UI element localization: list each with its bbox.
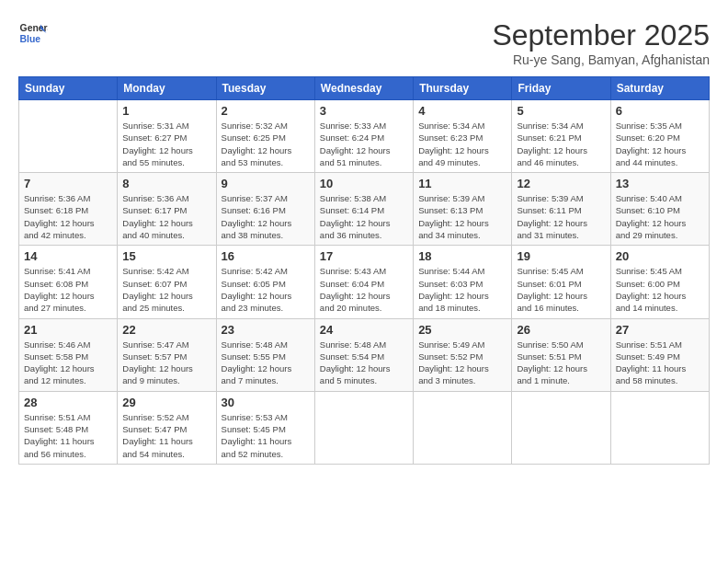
day-info: Sunrise: 5:42 AM Sunset: 6:07 PM Dayligh…	[122, 265, 210, 314]
weekday-header-cell: Tuesday	[216, 77, 314, 100]
calendar-day-cell: 17Sunrise: 5:43 AM Sunset: 6:04 PM Dayli…	[314, 246, 413, 318]
day-number: 21	[24, 323, 112, 337]
day-info: Sunrise: 5:45 AM Sunset: 6:00 PM Dayligh…	[616, 265, 704, 314]
day-number: 18	[418, 249, 506, 263]
calendar-day-cell: 10Sunrise: 5:38 AM Sunset: 6:14 PM Dayli…	[314, 173, 413, 246]
calendar-day-cell	[314, 391, 413, 464]
day-info: Sunrise: 5:34 AM Sunset: 6:23 PM Dayligh…	[418, 120, 506, 168]
day-info: Sunrise: 5:36 AM Sunset: 6:17 PM Dayligh…	[122, 192, 210, 241]
day-info: Sunrise: 5:38 AM Sunset: 6:14 PM Dayligh…	[320, 192, 408, 241]
day-info: Sunrise: 5:47 AM Sunset: 5:57 PM Dayligh…	[122, 339, 210, 387]
calendar-day-cell: 20Sunrise: 5:45 AM Sunset: 6:00 PM Dayli…	[610, 246, 709, 318]
day-info: Sunrise: 5:45 AM Sunset: 6:01 PM Dayligh…	[517, 265, 605, 314]
day-number: 1	[122, 104, 210, 118]
svg-text:Blue: Blue	[20, 34, 41, 44]
title-area: September 2025 Ru-ye Sang, Bamyan, Afgha…	[492, 18, 710, 67]
day-number: 5	[517, 104, 605, 118]
day-info: Sunrise: 5:34 AM Sunset: 6:21 PM Dayligh…	[517, 120, 605, 168]
day-number: 9	[222, 177, 310, 190]
day-info: Sunrise: 5:32 AM Sunset: 6:25 PM Dayligh…	[222, 120, 310, 168]
day-info: Sunrise: 5:33 AM Sunset: 6:24 PM Dayligh…	[320, 120, 408, 168]
day-number: 25	[418, 323, 506, 337]
calendar-day-cell: 29Sunrise: 5:52 AM Sunset: 5:47 PM Dayli…	[118, 391, 216, 464]
day-info: Sunrise: 5:40 AM Sunset: 6:10 PM Dayligh…	[616, 192, 704, 241]
calendar-day-cell: 16Sunrise: 5:42 AM Sunset: 6:05 PM Dayli…	[216, 246, 314, 318]
calendar-table: SundayMondayTuesdayWednesdayThursdayFrid…	[18, 76, 710, 465]
calendar-week-row: 1Sunrise: 5:31 AM Sunset: 6:27 PM Daylig…	[19, 100, 710, 173]
weekday-header-cell: Friday	[512, 77, 610, 100]
day-info: Sunrise: 5:35 AM Sunset: 6:20 PM Dayligh…	[616, 120, 704, 168]
calendar-day-cell: 5Sunrise: 5:34 AM Sunset: 6:21 PM Daylig…	[512, 100, 610, 173]
calendar-day-cell: 28Sunrise: 5:51 AM Sunset: 5:48 PM Dayli…	[19, 391, 118, 464]
calendar-day-cell: 3Sunrise: 5:33 AM Sunset: 6:24 PM Daylig…	[314, 100, 413, 173]
day-info: Sunrise: 5:46 AM Sunset: 5:58 PM Dayligh…	[24, 339, 112, 387]
day-info: Sunrise: 5:52 AM Sunset: 5:47 PM Dayligh…	[122, 411, 210, 460]
calendar-day-cell: 30Sunrise: 5:53 AM Sunset: 5:45 PM Dayli…	[216, 391, 314, 464]
day-number: 27	[616, 323, 704, 337]
day-number: 7	[24, 177, 112, 190]
day-number: 30	[222, 396, 310, 409]
calendar-day-cell	[610, 391, 709, 464]
weekday-header-cell: Wednesday	[314, 77, 413, 100]
location-subtitle: Ru-ye Sang, Bamyan, Afghanistan	[492, 52, 710, 67]
day-number: 16	[222, 249, 310, 263]
day-number: 23	[222, 323, 310, 337]
calendar-day-cell: 25Sunrise: 5:49 AM Sunset: 5:52 PM Dayli…	[414, 318, 512, 391]
day-info: Sunrise: 5:53 AM Sunset: 5:45 PM Dayligh…	[222, 411, 310, 460]
day-number: 10	[320, 177, 408, 190]
calendar-day-cell	[512, 391, 610, 464]
logo: General Blue	[18, 18, 48, 48]
calendar-body: 1Sunrise: 5:31 AM Sunset: 6:27 PM Daylig…	[19, 100, 710, 465]
calendar-day-cell: 1Sunrise: 5:31 AM Sunset: 6:27 PM Daylig…	[118, 100, 216, 173]
day-number: 8	[122, 177, 210, 190]
day-number: 17	[320, 249, 408, 263]
day-number: 24	[320, 323, 408, 337]
day-info: Sunrise: 5:51 AM Sunset: 5:49 PM Dayligh…	[616, 339, 704, 387]
day-info: Sunrise: 5:36 AM Sunset: 6:18 PM Dayligh…	[24, 192, 112, 241]
calendar-day-cell: 26Sunrise: 5:50 AM Sunset: 5:51 PM Dayli…	[512, 318, 610, 391]
weekday-header-cell: Saturday	[610, 77, 709, 100]
day-info: Sunrise: 5:50 AM Sunset: 5:51 PM Dayligh…	[517, 339, 605, 387]
weekday-header-row: SundayMondayTuesdayWednesdayThursdayFrid…	[19, 77, 710, 100]
calendar-day-cell: 22Sunrise: 5:47 AM Sunset: 5:57 PM Dayli…	[118, 318, 216, 391]
day-number: 2	[222, 104, 310, 118]
day-info: Sunrise: 5:49 AM Sunset: 5:52 PM Dayligh…	[418, 339, 506, 387]
day-number: 20	[616, 249, 704, 263]
weekday-header-cell: Sunday	[19, 77, 118, 100]
page-header: General Blue September 2025 Ru-ye Sang, …	[18, 18, 710, 67]
month-title: September 2025	[492, 18, 710, 52]
calendar-day-cell: 14Sunrise: 5:41 AM Sunset: 6:08 PM Dayli…	[19, 246, 118, 318]
calendar-day-cell	[414, 391, 512, 464]
day-info: Sunrise: 5:31 AM Sunset: 6:27 PM Dayligh…	[122, 120, 210, 168]
calendar-day-cell: 2Sunrise: 5:32 AM Sunset: 6:25 PM Daylig…	[216, 100, 314, 173]
day-number: 26	[517, 323, 605, 337]
calendar-day-cell: 6Sunrise: 5:35 AM Sunset: 6:20 PM Daylig…	[610, 100, 709, 173]
calendar-week-row: 14Sunrise: 5:41 AM Sunset: 6:08 PM Dayli…	[19, 246, 710, 318]
day-number: 3	[320, 104, 408, 118]
calendar-day-cell: 21Sunrise: 5:46 AM Sunset: 5:58 PM Dayli…	[19, 318, 118, 391]
calendar-day-cell: 11Sunrise: 5:39 AM Sunset: 6:13 PM Dayli…	[414, 173, 512, 246]
day-info: Sunrise: 5:39 AM Sunset: 6:13 PM Dayligh…	[418, 192, 506, 241]
calendar-day-cell: 18Sunrise: 5:44 AM Sunset: 6:03 PM Dayli…	[414, 246, 512, 318]
day-info: Sunrise: 5:39 AM Sunset: 6:11 PM Dayligh…	[517, 192, 605, 241]
day-number: 28	[24, 396, 112, 409]
day-info: Sunrise: 5:48 AM Sunset: 5:54 PM Dayligh…	[320, 339, 408, 387]
weekday-header-cell: Thursday	[414, 77, 512, 100]
svg-text:General: General	[20, 23, 48, 33]
day-number: 15	[122, 249, 210, 263]
day-info: Sunrise: 5:44 AM Sunset: 6:03 PM Dayligh…	[418, 265, 506, 314]
day-number: 22	[122, 323, 210, 337]
calendar-day-cell: 19Sunrise: 5:45 AM Sunset: 6:01 PM Dayli…	[512, 246, 610, 318]
weekday-header-cell: Monday	[118, 77, 216, 100]
day-info: Sunrise: 5:48 AM Sunset: 5:55 PM Dayligh…	[222, 339, 310, 387]
calendar-week-row: 28Sunrise: 5:51 AM Sunset: 5:48 PM Dayli…	[19, 391, 710, 464]
calendar-day-cell: 8Sunrise: 5:36 AM Sunset: 6:17 PM Daylig…	[118, 173, 216, 246]
day-info: Sunrise: 5:42 AM Sunset: 6:05 PM Dayligh…	[222, 265, 310, 314]
calendar-day-cell: 24Sunrise: 5:48 AM Sunset: 5:54 PM Dayli…	[314, 318, 413, 391]
calendar-day-cell: 13Sunrise: 5:40 AM Sunset: 6:10 PM Dayli…	[610, 173, 709, 246]
calendar-day-cell: 9Sunrise: 5:37 AM Sunset: 6:16 PM Daylig…	[216, 173, 314, 246]
calendar-day-cell: 7Sunrise: 5:36 AM Sunset: 6:18 PM Daylig…	[19, 173, 118, 246]
day-number: 6	[616, 104, 704, 118]
day-number: 13	[616, 177, 704, 190]
day-info: Sunrise: 5:37 AM Sunset: 6:16 PM Dayligh…	[222, 192, 310, 241]
